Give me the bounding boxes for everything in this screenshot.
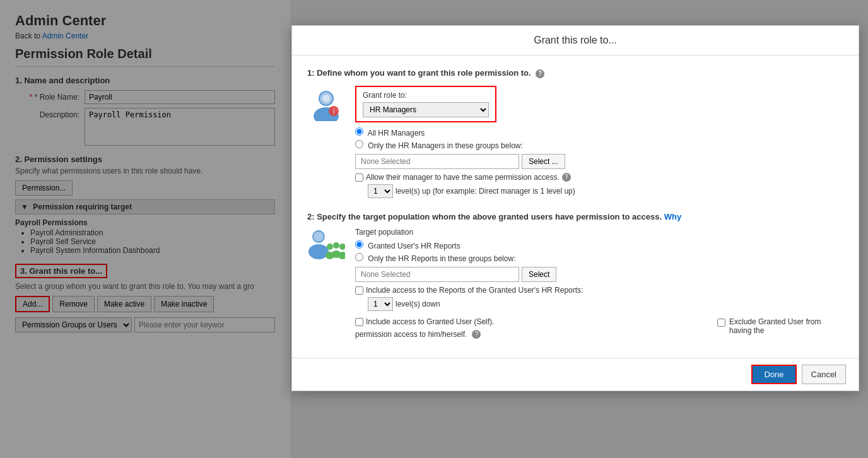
modal-body: 1: Define whom you want to grant this ro… xyxy=(292,56,859,358)
permission-access-text: permission access to him/herself. xyxy=(355,330,467,339)
modal-section1-title: 1: Define whom you want to grant this ro… xyxy=(307,68,843,78)
allow-manager-checkbox-row: Allow their manager to have the same per… xyxy=(355,173,843,182)
select-button-2[interactable]: Select xyxy=(522,267,556,282)
modal-title: Grant this role to... xyxy=(534,35,617,45)
none-selected-input-2[interactable] xyxy=(355,267,519,282)
level-select-2[interactable]: 1 2 xyxy=(368,297,393,311)
allow-manager-label[interactable]: Allow their manager to have the same per… xyxy=(366,173,560,182)
none-selected-row-2: Select xyxy=(355,267,843,282)
svg-point-8 xyxy=(314,232,324,242)
level-text-2: level(s) down xyxy=(396,300,440,308)
include-self-label[interactable]: Include access to Granted User (Self). xyxy=(366,317,494,326)
bottom-section: Include access to Granted User (Self). p… xyxy=(355,317,843,339)
level-text-1: level(s) up (for example: Direct manager… xyxy=(396,187,575,196)
svg-text:i: i xyxy=(333,108,334,115)
help-icon-1[interactable]: ? xyxy=(536,69,544,78)
radio-only-hr-groups[interactable] xyxy=(355,253,363,261)
grant-role-box: Grant role to: HR Managers Everyone Spec… xyxy=(355,86,496,122)
why-link[interactable]: Why xyxy=(664,212,681,221)
modal-footer: Done Cancel xyxy=(292,358,859,390)
exclude-granted-checkbox[interactable] xyxy=(717,319,725,327)
include-reports-checkbox[interactable] xyxy=(355,286,363,295)
modal-section2-title: 2: Specify the target population whom th… xyxy=(307,212,843,221)
target-row: Target population Granted User's HR Repo… xyxy=(307,228,843,339)
radio-groups-hr[interactable] xyxy=(355,140,363,148)
modal-header: Grant this role to... xyxy=(292,26,859,56)
none-selected-row-1: Select ... xyxy=(355,154,843,169)
radio-only-groups-label[interactable]: Only the HR Reports in these groups belo… xyxy=(368,254,515,263)
grant-role-label: Grant role to: xyxy=(363,91,489,100)
target-icon-container xyxy=(307,228,345,262)
level-row-2: 1 2 level(s) down xyxy=(368,297,843,311)
target-population-label: Target population xyxy=(355,228,843,237)
none-selected-input-1[interactable] xyxy=(355,154,519,169)
allow-manager-checkbox[interactable] xyxy=(355,173,363,182)
help-icon-3[interactable]: ? xyxy=(472,330,481,339)
radio-granted-hr: Granted User's HR Reports xyxy=(355,240,843,250)
target-population-icon xyxy=(307,228,345,261)
grant-content: Grant role to: HR Managers Everyone Spec… xyxy=(355,86,843,203)
include-reports-label[interactable]: Include access to the Reports of the Gra… xyxy=(366,286,583,295)
level-row-1: 1 2 3 level(s) up (for example: Direct m… xyxy=(368,184,843,198)
radio-all-hr: All HR Managers xyxy=(355,127,843,138)
grant-row: i Grant role to: HR Managers Everyone Sp… xyxy=(307,86,843,203)
modal-dialog: Grant this role to... 1: Define whom you… xyxy=(291,25,859,391)
radio-only-groups: Only the HR Reports in these groups belo… xyxy=(355,253,843,263)
target-content: Target population Granted User's HR Repo… xyxy=(355,228,843,339)
svg-point-13 xyxy=(339,244,345,250)
radio-groups-label[interactable]: Only the HR Managers in these groups bel… xyxy=(368,141,522,150)
select-btn-label-1: Select ... xyxy=(529,157,558,166)
svg-point-3 xyxy=(322,95,330,102)
exclude-text: Exclude Granted User from having the xyxy=(729,317,821,335)
bottom-left: Include access to Granted User (Self). p… xyxy=(355,317,707,339)
svg-point-7 xyxy=(308,244,329,259)
exclude-granted-label[interactable]: Exclude Granted User from having the xyxy=(729,317,843,335)
radio-all-hr-label[interactable]: All HR Managers xyxy=(368,129,425,138)
done-button[interactable]: Done xyxy=(751,365,796,384)
svg-point-9 xyxy=(327,244,333,250)
include-reports-checkbox-row: Include access to the Reports of the Gra… xyxy=(355,286,843,295)
help-icon-2[interactable]: ? xyxy=(562,173,571,182)
include-self-checkbox[interactable] xyxy=(355,318,363,326)
cancel-button[interactable]: Cancel xyxy=(802,365,846,384)
include-self-checkbox-row: Include access to Granted User (Self). xyxy=(355,317,707,326)
radio-groups: Only the HR Managers in these groups bel… xyxy=(355,140,843,150)
exclude-section: Exclude Granted User from having the xyxy=(717,317,843,335)
select-btn-label-2: Select xyxy=(529,270,549,279)
level-select-1[interactable]: 1 2 3 xyxy=(368,184,393,198)
user-avatar-icon: i xyxy=(310,88,343,121)
radio-all-hr-managers[interactable] xyxy=(355,127,363,136)
grant-role-select[interactable]: HR Managers Everyone Specific Users xyxy=(363,102,489,117)
svg-point-11 xyxy=(333,242,339,249)
user-icon-container: i xyxy=(307,86,345,123)
radio-granted-hr-reports[interactable] xyxy=(355,240,363,249)
radio-granted-hr-label[interactable]: Granted User's HR Reports xyxy=(368,242,460,250)
permission-access-row: permission access to him/herself. ? xyxy=(355,330,707,339)
select-button-1[interactable]: Select ... xyxy=(522,154,565,169)
